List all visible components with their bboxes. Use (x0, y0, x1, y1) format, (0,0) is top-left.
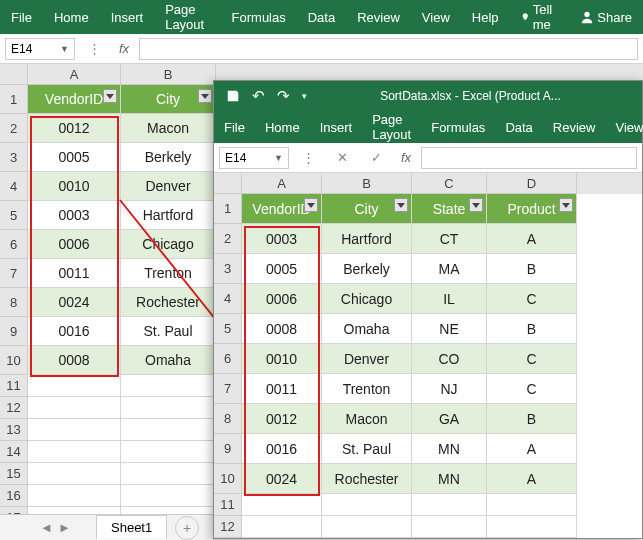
row-header[interactable]: 6 (214, 344, 242, 374)
redo-icon[interactable]: ↷ (277, 87, 290, 105)
cell[interactable]: A (487, 224, 577, 254)
name-box-2[interactable]: E14 ▼ (219, 147, 289, 169)
table2-header-product[interactable]: Product (487, 194, 577, 224)
cell[interactable]: MA (412, 254, 487, 284)
cell[interactable] (28, 397, 121, 419)
filter-icon[interactable] (469, 198, 483, 212)
cell[interactable] (412, 516, 487, 538)
sheet-nav-prev[interactable]: ◄ (40, 520, 58, 535)
cell[interactable]: MN (412, 464, 487, 494)
row-header[interactable]: 10 (214, 464, 242, 494)
tab-view[interactable]: View (411, 0, 461, 34)
cell[interactable]: B (487, 314, 577, 344)
filter-icon[interactable] (103, 89, 117, 103)
sheet-tab-sheet1[interactable]: Sheet1 (96, 515, 167, 539)
row-header[interactable]: 12 (0, 397, 28, 419)
cell[interactable]: Denver (322, 344, 412, 374)
cell[interactable]: 0006 (28, 230, 121, 259)
row-header[interactable]: 9 (214, 434, 242, 464)
cell[interactable]: C (487, 284, 577, 314)
table2-header-city[interactable]: City (322, 194, 412, 224)
cell[interactable] (487, 494, 577, 516)
cell[interactable] (322, 516, 412, 538)
tab2-insert[interactable]: Insert (310, 111, 363, 143)
formula-bar-1[interactable] (139, 38, 638, 60)
cell[interactable]: Denver (121, 172, 216, 201)
row-header[interactable]: 3 (214, 254, 242, 284)
row-header[interactable]: 11 (214, 494, 242, 516)
select-all-corner[interactable] (0, 64, 28, 85)
cell[interactable] (28, 463, 121, 485)
row-header[interactable]: 6 (0, 230, 28, 259)
row-header[interactable]: 7 (0, 259, 28, 288)
row-header[interactable]: 7 (214, 374, 242, 404)
row-header[interactable]: 11 (0, 375, 28, 397)
cell[interactable]: NE (412, 314, 487, 344)
cell[interactable]: Omaha (322, 314, 412, 344)
select-all-corner-2[interactable] (214, 173, 242, 194)
cell[interactable]: 0005 (242, 254, 322, 284)
tab-file[interactable]: File (0, 0, 43, 34)
cell[interactable]: IL (412, 284, 487, 314)
row-header[interactable]: 16 (0, 485, 28, 507)
row-header[interactable]: 15 (0, 463, 28, 485)
tab2-data[interactable]: Data (495, 111, 542, 143)
share-button[interactable]: Share (569, 0, 643, 34)
cell[interactable]: 0012 (242, 404, 322, 434)
cell[interactable]: A (487, 434, 577, 464)
filter-icon[interactable] (394, 198, 408, 212)
cell[interactable]: Macon (322, 404, 412, 434)
cell[interactable]: MN (412, 434, 487, 464)
col-header-a[interactable]: A (28, 64, 121, 85)
filter-icon[interactable] (304, 198, 318, 212)
cell[interactable]: Hartford (121, 201, 216, 230)
cell[interactable] (121, 463, 216, 485)
cell[interactable] (28, 485, 121, 507)
cell[interactable]: 0003 (242, 224, 322, 254)
cell[interactable]: Rochester (121, 288, 216, 317)
cell[interactable]: 0016 (242, 434, 322, 464)
filter-icon[interactable] (559, 198, 573, 212)
cell[interactable]: Hartford (322, 224, 412, 254)
row-header[interactable]: 13 (0, 419, 28, 441)
cell[interactable]: 0016 (28, 317, 121, 346)
cell[interactable]: B (487, 404, 577, 434)
fx-icon-2[interactable]: fx (395, 150, 417, 165)
cell[interactable] (28, 419, 121, 441)
enter-icon[interactable]: ✓ (361, 147, 391, 169)
cell[interactable]: Trenton (322, 374, 412, 404)
formula-bar-2[interactable] (421, 147, 637, 169)
cell[interactable] (322, 494, 412, 516)
cell[interactable] (121, 375, 216, 397)
cell[interactable]: Rochester (322, 464, 412, 494)
cell[interactable]: 0010 (28, 172, 121, 201)
row-header[interactable]: 4 (214, 284, 242, 314)
cell[interactable] (121, 485, 216, 507)
cell[interactable]: 0012 (28, 114, 121, 143)
row-header[interactable]: 8 (214, 404, 242, 434)
cell[interactable]: Omaha (121, 346, 216, 375)
tab-home[interactable]: Home (43, 0, 100, 34)
cell[interactable]: 0024 (242, 464, 322, 494)
cell[interactable]: 0008 (28, 346, 121, 375)
cell[interactable] (487, 516, 577, 538)
row-header[interactable]: 14 (0, 441, 28, 463)
sheet-nav-next[interactable]: ► (58, 520, 76, 535)
tab2-page-layout[interactable]: Page Layout (362, 111, 421, 143)
row-header[interactable]: 5 (0, 201, 28, 230)
tab2-review[interactable]: Review (543, 111, 606, 143)
cell[interactable]: St. Paul (121, 317, 216, 346)
cell[interactable]: GA (412, 404, 487, 434)
cell[interactable]: 0006 (242, 284, 322, 314)
cell[interactable]: 0005 (28, 143, 121, 172)
cell[interactable]: St. Paul (322, 434, 412, 464)
cell[interactable]: A (487, 464, 577, 494)
cell[interactable] (28, 375, 121, 397)
row-header[interactable]: 9 (0, 317, 28, 346)
row-header[interactable]: 10 (0, 346, 28, 375)
row-header[interactable]: 3 (0, 143, 28, 172)
undo-icon[interactable]: ↶ (252, 87, 265, 105)
cell[interactable]: Macon (121, 114, 216, 143)
col2-c[interactable]: C (412, 173, 487, 194)
tab-data[interactable]: Data (297, 0, 346, 34)
